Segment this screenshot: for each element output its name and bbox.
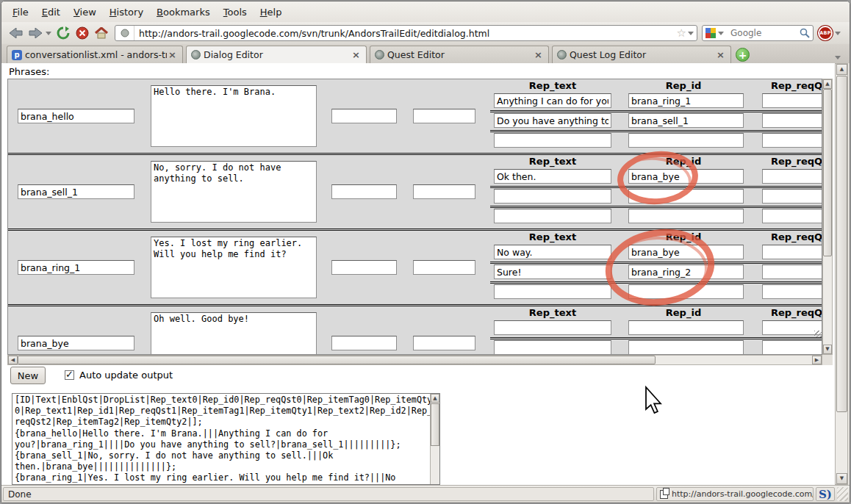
tab-dialog-editor[interactable]: Dialog Editor [186,46,367,63]
reply-id-input[interactable] [628,189,744,204]
phrase-text-area[interactable]: Oh well. Good bye! [151,312,317,355]
menu-tools[interactable]: Tools [217,4,254,21]
reply-reqqst-input[interactable] [762,93,822,108]
search-engine-dropdown-icon[interactable] [718,32,724,35]
reply-text-input[interactable] [494,209,611,223]
search-bar[interactable] [702,25,814,41]
phrases-horizontal-scrollbar[interactable] [7,355,822,365]
menu-edit[interactable]: Edit [35,4,67,21]
reply-reqqst-input[interactable] [762,340,822,355]
reply-reqqst-input[interactable] [762,320,822,335]
reply-id-input[interactable] [628,264,744,279]
reply-reqqst-input[interactable] [762,113,822,128]
phrases-vertical-scrollbar[interactable] [822,79,833,355]
reply-reqqst-input[interactable] [762,189,822,204]
url-bar[interactable] [115,25,697,41]
phrase-id-input[interactable] [18,109,134,123]
reply-id-input[interactable] [628,113,744,128]
phrase-droplist-input[interactable] [413,260,475,275]
back-button[interactable] [7,24,25,42]
scroll-right-icon[interactable] [812,356,822,364]
new-tab-button[interactable] [736,48,750,62]
menu-history[interactable]: History [103,4,150,21]
scroll-up-icon[interactable] [836,64,847,75]
scroll-up-icon[interactable] [823,79,832,89]
tab-close-icon[interactable] [715,49,726,60]
reply-text-input[interactable] [494,133,611,148]
menu-file[interactable]: File [6,4,35,21]
reply-id-input[interactable] [628,320,744,335]
forward-button[interactable] [26,24,44,42]
reply-text-input[interactable] [494,284,611,299]
url-dropdown-icon[interactable] [688,32,694,35]
reply-reqqst-input[interactable] [762,284,822,299]
search-engine-chooser[interactable] [703,28,728,38]
textarea-resize-grip-icon[interactable] [814,331,822,337]
menu-help[interactable]: Help [254,4,289,21]
menu-bookmarks[interactable]: Bookmarks [150,4,217,21]
scrollbar-thumb[interactable] [18,356,656,364]
phrase-text-area[interactable]: Hello there. I'm Brana. [151,85,317,147]
menu-view[interactable]: View [67,4,103,21]
scroll-down-icon[interactable] [836,473,847,484]
reply-text-input[interactable] [494,189,611,204]
reply-text-input[interactable] [494,264,611,279]
phrase-enblqst-input[interactable] [331,109,397,123]
stop-button[interactable] [73,24,91,42]
phrase-enblqst-input[interactable] [331,336,397,350]
reply-text-input[interactable] [494,93,611,108]
tab-conversationlist[interactable]: conversationlist.xml - andors-trail - Pr… [7,46,183,63]
phrase-droplist-input[interactable] [413,184,475,199]
phrase-enblqst-input[interactable] [331,184,397,199]
tab-close-icon[interactable] [533,49,544,60]
auto-update-checkbox[interactable] [65,370,74,380]
window-vertical-scrollbar[interactable] [835,63,848,485]
tab-quest-editor[interactable]: Quest Editor [370,46,549,63]
tab-close-icon[interactable] [167,49,178,60]
reply-id-input[interactable] [628,93,744,108]
reply-text-input[interactable] [494,113,611,128]
reply-id-input[interactable] [628,340,744,355]
output-scrollbar[interactable] [430,394,439,484]
phrase-droplist-input[interactable] [413,336,475,350]
url-input[interactable] [134,27,675,40]
extension-s-badge[interactable]: S) [816,487,835,501]
reply-id-input[interactable] [628,209,744,223]
phrase-text-area[interactable]: Yes. I lost my ring earlier. Will you he… [151,237,317,298]
reply-id-input[interactable] [628,284,744,299]
reply-id-input[interactable] [628,133,744,148]
tab-quest-log-editor[interactable]: Quest Log Editor [552,46,731,63]
search-magnifier-icon[interactable] [799,27,811,39]
adblock-plus-icon[interactable]: ABP [818,26,833,40]
scroll-left-icon[interactable] [8,356,18,364]
phrase-enblqst-input[interactable] [331,260,397,275]
reply-reqqst-input[interactable] [762,133,822,148]
reply-reqqst-input[interactable] [762,245,822,259]
reply-text-input[interactable] [494,169,611,184]
scrollbar-thumb[interactable] [836,76,847,412]
scroll-up-icon[interactable] [431,394,439,403]
reply-text-input[interactable] [494,340,611,355]
adblock-dropdown-icon[interactable] [835,32,841,35]
phrase-id-input[interactable] [18,336,134,350]
reply-reqqst-input[interactable] [762,209,822,223]
phrase-id-input[interactable] [18,260,134,275]
site-identity[interactable] [115,26,134,40]
list-all-tabs-icon[interactable] [835,56,841,60]
window-resize-grip[interactable] [837,487,848,501]
search-input[interactable] [728,27,799,39]
history-dropdown-icon[interactable] [46,32,51,35]
reply-text-input[interactable] [494,320,611,335]
new-button[interactable]: New [10,367,46,384]
bookmark-star-icon[interactable] [675,26,688,40]
tab-close-icon[interactable] [351,49,362,60]
reload-button[interactable] [54,24,72,42]
scroll-down-icon[interactable] [823,345,832,354]
output-textarea[interactable]: [ID|Text|EnblQst|DropList|Rep_text0|Rep_… [12,393,440,485]
reply-id-input[interactable] [628,169,744,184]
phrase-id-input[interactable] [18,184,134,199]
reply-reqqst-input[interactable] [762,264,822,279]
phrase-droplist-input[interactable] [413,109,475,123]
home-button[interactable] [93,24,110,42]
scrollbar-thumb[interactable] [823,89,832,256]
